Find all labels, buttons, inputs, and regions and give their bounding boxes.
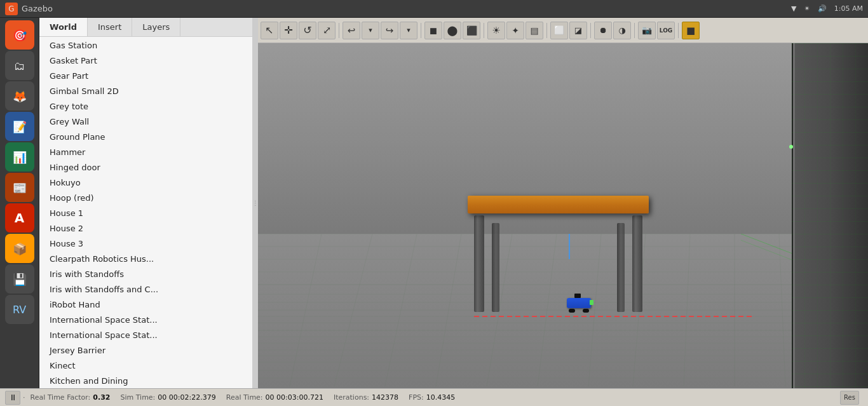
model-btn[interactable]: ⬜ — [550, 22, 568, 39]
application-dock: 🎯 🗂 🦊 📝 📊 📰 A 📦 💾 RV — [0, 18, 39, 388]
fps-label: FPS: — [409, 393, 424, 402]
sidebar-item[interactable]: Gear Part — [39, 69, 252, 84]
robot-wheel-left — [569, 309, 575, 313]
sidebar-item[interactable]: Hoop (red) — [39, 191, 252, 206]
scale-tool-btn[interactable]: ⤢ — [318, 22, 336, 39]
sidebar-item[interactable]: Hokuyo — [39, 175, 252, 191]
svg-line-21 — [436, 234, 461, 386]
log-btn[interactable]: LOG — [657, 22, 675, 39]
sidebar-item[interactable]: Ground Plane — [39, 130, 252, 145]
tab-insert[interactable]: Insert — [88, 18, 132, 36]
sidebar-item[interactable]: Hammer — [39, 145, 252, 160]
sidebar-resize-handle[interactable]: ⋮ — [253, 18, 258, 388]
sidebar-item[interactable]: Hinged door — [39, 160, 252, 175]
scene-background — [258, 43, 868, 388]
sidebar-item[interactable]: International Space Stat... — [39, 313, 252, 328]
dock-drive[interactable]: 💾 — [5, 264, 34, 294]
real-time-factor-value: 0.32 — [93, 393, 110, 402]
sidebar-item[interactable]: Iris with Standoffs and C... — [39, 282, 252, 297]
sidebar-item-list: Gas StationGasket PartGear PartGimbal Sm… — [39, 37, 252, 388]
tab-world[interactable]: World — [39, 18, 88, 36]
volume-icon: 🔊 — [818, 4, 827, 13]
select-tool-btn[interactable]: ↖ — [261, 22, 278, 39]
dock-font[interactable]: A — [5, 203, 34, 233]
screenshot-btn[interactable]: 📷 — [638, 22, 656, 39]
sidebar-item[interactable]: House 2 — [39, 221, 252, 236]
dock-firefox[interactable]: 🦊 — [5, 81, 34, 111]
record-btn[interactable]: ⏺ — [594, 22, 612, 39]
sidebar-item[interactable]: House 3 — [39, 236, 252, 252]
sky-area — [258, 43, 868, 158]
point-light-btn[interactable]: ✦ — [506, 22, 524, 39]
bluetooth-icon: ✴ — [804, 4, 810, 13]
iterations-value: 142378 — [372, 393, 398, 402]
pause-btn[interactable]: ⏸ — [5, 391, 20, 405]
real-time-value: 00 00:03:00.721 — [266, 393, 323, 402]
wifi-icon: ▼ — [791, 4, 796, 13]
spot-light-btn[interactable]: ▤ — [526, 22, 543, 39]
dock-files[interactable]: 🗂 — [5, 51, 34, 80]
undo-arrow-btn[interactable]: ▾ — [362, 22, 379, 39]
robot-object — [567, 298, 591, 313]
dock-rviz[interactable]: RV — [5, 295, 34, 324]
toolbar-sep-2 — [421, 23, 421, 38]
sidebar-item[interactable]: Gasket Part — [39, 53, 252, 69]
progress-dot: · — [23, 393, 25, 402]
time-display: 1:05 AM — [834, 4, 863, 13]
sun-light-btn[interactable]: ☀ — [487, 22, 505, 39]
robot-wheel-right — [583, 309, 589, 313]
titlebar-system-tray: ▼ ✴ 🔊 1:05 AM — [791, 4, 863, 13]
rotate-tool-btn[interactable]: ↺ — [299, 22, 316, 39]
table-leg-bl — [492, 223, 499, 312]
real-time-label: Real Time: — [226, 393, 263, 402]
tab-layers[interactable]: Layers — [132, 18, 180, 36]
sim-time-label: Sim Time: — [120, 393, 155, 402]
active-tool-btn[interactable]: ■ — [682, 22, 700, 39]
sidebar-item[interactable]: Clearpath Robotics Hus... — [39, 252, 252, 267]
table-top — [468, 196, 649, 213]
sim-time-value: 00 00:02:22.379 — [158, 393, 215, 402]
svg-line-28 — [779, 234, 785, 386]
audio-btn[interactable]: ◑ — [613, 22, 631, 39]
iterations-label: Iterations: — [334, 393, 369, 402]
sidebar-item[interactable]: Gimbal Small 2D — [39, 84, 252, 99]
real-time-factor-label: Real Time Factor: — [31, 393, 91, 402]
sidebar-item[interactable]: Gas Station — [39, 38, 252, 53]
sphere-btn[interactable]: ⬤ — [444, 22, 461, 39]
sidebar-item[interactable]: Grey tote — [39, 99, 252, 114]
cylinder-btn[interactable]: ⬛ — [463, 22, 480, 39]
svg-line-26 — [684, 234, 690, 386]
robot-body — [567, 298, 591, 308]
undo-btn[interactable]: ↩ — [342, 22, 360, 39]
sidebar-item[interactable]: Kinect — [39, 358, 252, 374]
wall-edge-highlight — [793, 43, 795, 388]
table-legs-container — [468, 213, 649, 312]
gazebo-icon: G — [5, 3, 18, 15]
dock-ubuntu[interactable]: 🎯 — [5, 20, 34, 50]
translate-tool-btn[interactable]: ✛ — [280, 22, 297, 39]
svg-line-19 — [334, 234, 372, 386]
dock-calc[interactable]: 📊 — [5, 142, 34, 172]
sidebar-item[interactable]: House 1 — [39, 206, 252, 221]
save-btn[interactable]: ◪ — [569, 22, 587, 39]
3d-scene[interactable] — [258, 43, 868, 388]
sidebar-item[interactable]: International Space Stat... — [39, 328, 252, 343]
toolbar-sep-1 — [339, 23, 339, 38]
res-btn[interactable]: Res — [840, 391, 859, 405]
dock-writer[interactable]: 📝 — [5, 112, 34, 141]
box-btn[interactable]: ◼ — [424, 22, 442, 39]
viewport-panel[interactable]: ↖ ✛ ↺ ⤢ ↩ ▾ ↪ ▾ ◼ ⬤ ⬛ ☀ ✦ ▤ ⬜ ◪ ⏺ ◑ 📷 LO… — [258, 18, 868, 388]
right-wall-object — [792, 43, 868, 388]
sidebar-panel: World Insert Layers Gas StationGasket Pa… — [39, 18, 253, 388]
sidebar-item[interactable]: iRobot Hand — [39, 297, 252, 313]
sidebar-item[interactable]: Iris with Standoffs — [39, 267, 252, 282]
sidebar-item[interactable]: Kitchen and Dining — [39, 374, 252, 388]
table-leg-fr — [632, 215, 642, 312]
redo-arrow-btn[interactable]: ▾ — [400, 22, 417, 39]
right-wall-grid — [792, 43, 868, 388]
dock-amazon[interactable]: 📦 — [5, 234, 34, 263]
redo-btn[interactable]: ↪ — [381, 22, 398, 39]
sidebar-item[interactable]: Jersey Barrier — [39, 343, 252, 358]
dock-impress[interactable]: 📰 — [5, 173, 34, 202]
sidebar-item[interactable]: Grey Wall — [39, 114, 252, 130]
